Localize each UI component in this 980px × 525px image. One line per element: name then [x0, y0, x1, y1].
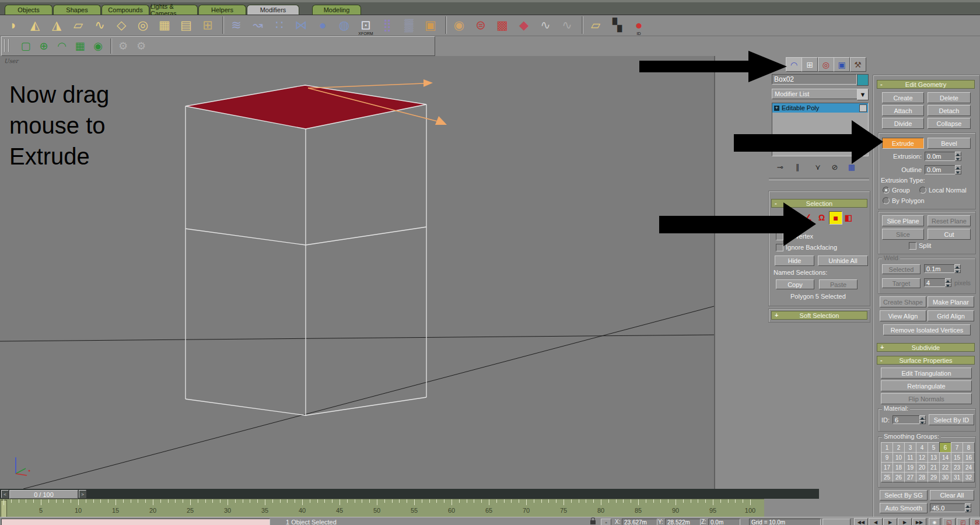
perspective-viewport[interactable]: User Now dragmouse toExtrude: [0, 56, 715, 489]
by-polygon-label[interactable]: By Polygon: [892, 197, 925, 204]
edit-triangulation-button[interactable]: Edit Triangulation: [881, 368, 972, 379]
weld-target-field[interactable]: 4: [924, 278, 946, 287]
slice-button[interactable]: Slice: [882, 229, 924, 240]
smoothing-group-11[interactable]: 11: [904, 452, 916, 463]
camera-point-icon[interactable]: ◉: [90, 38, 106, 54]
subobject-edge-icon[interactable]: ∠: [802, 211, 814, 223]
smoothing-group-23[interactable]: 23: [951, 462, 963, 473]
modifier-list-dropdown[interactable]: Modifier List: [772, 89, 858, 99]
weld-selected-button[interactable]: Selected: [882, 264, 921, 274]
make-unique-icon[interactable]: ⋎: [812, 162, 824, 172]
smoothing-group-15[interactable]: 15: [951, 452, 963, 463]
tab-helpers[interactable]: Helpers: [198, 5, 246, 15]
selection-rollout-header[interactable]: - Selection: [771, 199, 867, 208]
stack-item-editable-poly[interactable]: + Editable Poly: [772, 103, 868, 113]
smoothing-group-16[interactable]: 16: [963, 452, 975, 463]
uvw-map-icon[interactable]: ▱: [587, 16, 604, 34]
outline-field[interactable]: 0.0m: [925, 165, 956, 174]
smoothing-group-21[interactable]: 21: [928, 462, 940, 473]
subobject-polygon-icon[interactable]: ■: [829, 211, 842, 225]
selection-lock-icon[interactable]: [590, 520, 596, 524]
gear-a-icon[interactable]: ⚙: [116, 38, 131, 54]
group-radio-label[interactable]: Group: [892, 187, 910, 194]
split-checkbox[interactable]: [909, 242, 916, 250]
copy-button[interactable]: Copy: [776, 279, 814, 289]
configure-modifier-sets-icon[interactable]: ▦: [846, 162, 858, 172]
remove-isolated-vertices-button[interactable]: Remove Isolated Vertices: [883, 324, 971, 335]
vol-select-icon[interactable]: ▒: [400, 16, 418, 34]
show-end-result-icon[interactable]: ∥: [792, 162, 803, 172]
viewport-name-label[interactable]: User: [4, 58, 18, 64]
collapse-button[interactable]: Collapse: [928, 118, 971, 129]
spline-deform-icon[interactable]: ∿: [558, 16, 576, 34]
time-tag-button[interactable]: [822, 519, 850, 525]
modifier-stack[interactable]: + Editable Poly: [772, 103, 869, 156]
tab-compounds[interactable]: Compounds: [102, 5, 149, 15]
create-button[interactable]: Create: [882, 92, 924, 103]
paste-button[interactable]: Paste: [819, 279, 858, 289]
modifier-list-arrow[interactable]: ▼: [857, 89, 869, 100]
absolute-mode-toggle[interactable]: ▫: [601, 519, 611, 525]
spherify-icon[interactable]: ●: [314, 16, 331, 34]
tab-lights-cameras[interactable]: Lights & Cameras: [150, 5, 198, 15]
melt-icon[interactable]: ≋: [228, 16, 245, 34]
pin-stack-icon[interactable]: ⊸: [774, 162, 786, 172]
motion-tab[interactable]: ◎: [818, 57, 834, 72]
toolbar-drag-handle[interactable]: [4, 39, 9, 52]
extrude-button[interactable]: Extrude: [882, 138, 924, 149]
weld-target-spinner[interactable]: [945, 278, 951, 287]
outline-spinner[interactable]: [955, 165, 961, 174]
remove-modifier-icon[interactable]: ⊘: [829, 162, 841, 172]
by-vertex-checkbox[interactable]: [776, 233, 783, 240]
smoothing-group-25[interactable]: 25: [881, 472, 893, 482]
make-planar-button[interactable]: Make Planar: [928, 296, 974, 307]
ffd-box-icon[interactable]: ▩: [494, 16, 511, 34]
hierarchy-tab[interactable]: ⊞: [802, 57, 818, 72]
subobject-border-icon[interactable]: Ω: [816, 211, 828, 223]
modify-tab[interactable]: ◠: [786, 57, 802, 72]
cut-button[interactable]: Cut: [928, 229, 971, 240]
smoothing-group-29[interactable]: 29: [928, 472, 940, 482]
soft-selection-header[interactable]: + Soft Selection: [771, 311, 867, 320]
retriangulate-button[interactable]: Retriangulate: [881, 380, 972, 391]
delete-button[interactable]: Delete: [928, 92, 971, 103]
smoothing-group-14[interactable]: 14: [939, 452, 951, 463]
subdivide-header[interactable]: + Subdivide: [877, 343, 975, 352]
weld-selected-field[interactable]: 0.1m: [924, 264, 955, 273]
smoothing-group-6[interactable]: 6: [939, 442, 951, 453]
smoothing-group-8[interactable]: 8: [963, 442, 975, 453]
previous-frame-arrow[interactable]: <: [1, 490, 9, 498]
ignore-backfacing-checkbox[interactable]: [776, 244, 783, 251]
subobject-vertex-icon[interactable]: ∴: [789, 211, 801, 223]
clear-all-button[interactable]: Clear All: [930, 490, 974, 501]
next-frame-arrow[interactable]: >: [79, 490, 86, 498]
edit-geometry-header[interactable]: - Edit Geometry: [877, 80, 975, 89]
weld-target-button[interactable]: Target: [882, 278, 921, 288]
smoothing-group-10[interactable]: 10: [892, 452, 905, 463]
smoothing-group-3[interactable]: 3: [904, 442, 916, 453]
taper-icon[interactable]: ◭: [26, 16, 44, 34]
point-center-icon[interactable]: ⊕: [36, 38, 51, 54]
ffd-sphere-icon[interactable]: ◉: [450, 16, 468, 34]
bevel-button[interactable]: Bevel: [928, 138, 971, 149]
create-shape-button[interactable]: Create Shape: [880, 296, 926, 307]
unhide-all-button[interactable]: Unhide All: [818, 256, 868, 266]
maxscript-mini-listener[interactable]: [1, 519, 270, 525]
smoothing-group-28[interactable]: 28: [916, 472, 928, 482]
extrusion-spinner[interactable]: [955, 152, 961, 161]
material-id-icon[interactable]: ●ID: [630, 16, 648, 34]
noise-icon[interactable]: ∿: [91, 16, 108, 34]
previous-frame-button[interactable]: ◀: [869, 518, 883, 525]
select-by-id-button[interactable]: Select By ID: [929, 414, 974, 425]
hide-button[interactable]: Hide: [775, 256, 814, 266]
play-button[interactable]: ▶: [883, 518, 897, 525]
wireframe-cube-icon[interactable]: ▢: [18, 38, 33, 54]
stack-onoff-icon[interactable]: [859, 104, 867, 112]
wave-icon[interactable]: ▤: [177, 16, 195, 34]
push-icon[interactable]: ◍: [335, 16, 353, 34]
grid-helper-icon[interactable]: ▦: [72, 38, 88, 54]
surface-properties-header[interactable]: - Surface Properties: [877, 356, 975, 365]
auto-smooth-button[interactable]: Auto Smooth: [880, 503, 928, 513]
smoothing-group-26[interactable]: 26: [892, 472, 905, 482]
smoothing-group-13[interactable]: 13: [928, 452, 940, 463]
